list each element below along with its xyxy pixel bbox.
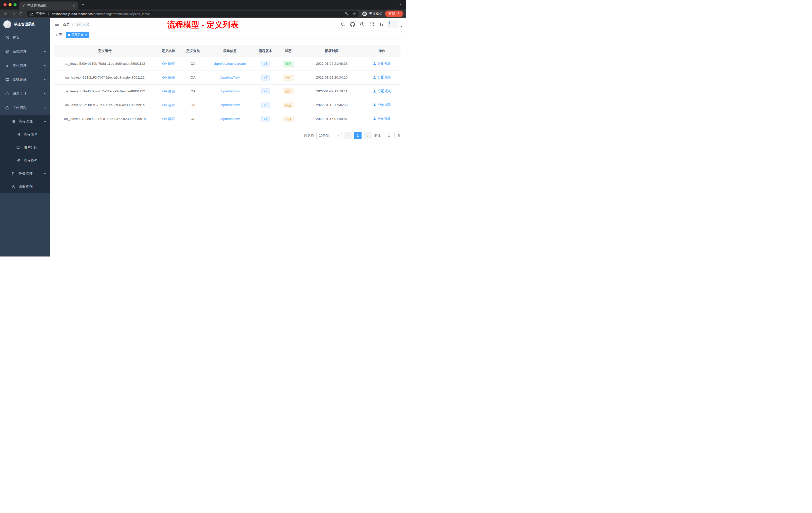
- assign-rule-link[interactable]: 分配规则: [373, 103, 391, 107]
- view-tag-label: 首页: [56, 33, 62, 37]
- svg-text:?: ?: [361, 23, 363, 26]
- sidebar-item-label: 流程管理: [19, 119, 41, 124]
- reload-button[interactable]: [17, 10, 25, 17]
- user-icon: [373, 103, 376, 107]
- browser-window: 芋道管理系统 × + 不安全 dashboard.yudao.iocoder.c…: [0, 0, 406, 256]
- close-icon[interactable]: ×: [85, 33, 87, 37]
- view-tag[interactable]: 首页: [54, 32, 64, 38]
- page-content: 定义编号定义名称定义分类表单信息流程版本状态部署时间操作 oa_leave:5:…: [50, 39, 406, 139]
- version-tag: v2: [261, 102, 270, 108]
- sidebar-item-devtools[interactable]: 研发工具: [0, 87, 50, 101]
- assign-rule-label: 分配规则: [378, 117, 391, 121]
- assign-rule-link[interactable]: 分配规则: [373, 89, 391, 93]
- close-window-button[interactable]: [3, 3, 6, 6]
- search-icon[interactable]: [341, 22, 345, 27]
- form-link[interactable]: /bpm/oa/flow: [221, 103, 240, 107]
- definition-name-link[interactable]: OA 请假: [162, 89, 175, 93]
- avatar[interactable]: [388, 21, 399, 28]
- sidebar-item-infrastructure[interactable]: 基础设施: [0, 73, 50, 87]
- deploy-time-cell: 2022-01-22 19:19:11: [300, 84, 363, 98]
- sidebar-item-task-manage[interactable]: 任务管理: [0, 167, 50, 180]
- address-bar[interactable]: 不安全 dashboard.yudao.iocoder.cn/bpm/manag…: [27, 10, 359, 17]
- form-link[interactable]: /bpm/oa/flow: [221, 76, 240, 79]
- tab-list-chevron-icon[interactable]: [399, 3, 402, 6]
- assign-rule-link[interactable]: 分配规则: [373, 61, 391, 66]
- status-tag: 挂起: [283, 102, 294, 108]
- security-chip[interactable]: 不安全: [30, 11, 46, 16]
- infra-icon: [5, 78, 9, 82]
- sidebar-item-label: 研发工具: [12, 92, 41, 96]
- sidebar-item-payment[interactable]: ¥支付管理: [0, 59, 50, 73]
- form-link[interactable]: /bpm/oa/leave/create: [214, 62, 246, 65]
- category-cell: OA: [181, 112, 205, 126]
- zoom-window-button[interactable]: [13, 3, 17, 6]
- sidebar-item-home[interactable]: 首页: [0, 31, 50, 45]
- table-row: oa_leave:2:3c1f0ef1-76b1-11ec-9c66-a2380…: [54, 98, 401, 112]
- breadcrumb: 首页 / 流程定义: [63, 22, 89, 27]
- breadcrumb-home[interactable]: 首页: [63, 22, 70, 27]
- caret-down-icon: ▾: [401, 25, 402, 28]
- font-size-icon[interactable]: TT: [379, 22, 383, 27]
- update-button[interactable]: 更新 ⋮: [385, 10, 403, 17]
- sidebar-item-label: 首页: [12, 35, 47, 40]
- leave-icon: [11, 184, 16, 189]
- column-header: 定义名称: [155, 45, 181, 57]
- github-icon[interactable]: [350, 22, 355, 27]
- sidebar-item-label: 请假查询: [19, 184, 47, 189]
- sidebar-item-process-model[interactable]: 流程模型: [0, 154, 50, 167]
- sidebar-item-user-group[interactable]: 用户分组: [0, 141, 50, 154]
- assign-rule-link[interactable]: 分配规则: [373, 117, 391, 121]
- version-tag: v1: [261, 116, 270, 122]
- definition-name-link[interactable]: OA 请假: [162, 103, 175, 107]
- category-cell: OA: [181, 84, 205, 98]
- page-size-select[interactable]: 10条/页 ▾: [316, 132, 342, 139]
- sidebar-menu: 首页系统管理¥支付管理基础设施研发工具工作流程流程管理流程表单用户分组流程模型任…: [0, 31, 50, 256]
- assign-rule-link[interactable]: 分配规则: [373, 75, 391, 80]
- tab-close-icon[interactable]: ×: [72, 3, 76, 8]
- hamburger-icon[interactable]: [54, 22, 59, 27]
- browser-tab[interactable]: 芋道管理系统 ×: [19, 1, 78, 9]
- sidebar-item-leave-query[interactable]: 请假查询: [0, 180, 50, 193]
- sidebar-item-process-manage[interactable]: 流程管理: [0, 115, 50, 128]
- sidebar-logo: 芋道管理系统: [0, 18, 50, 31]
- logo-title: 芋道管理系统: [14, 22, 35, 27]
- version-tag: v4: [261, 74, 270, 81]
- definition-name-link[interactable]: OA 请假: [162, 76, 175, 79]
- browser-menu-icon[interactable]: ⋮: [397, 11, 401, 16]
- sidebar-item-process-form[interactable]: 流程表单: [0, 128, 50, 141]
- password-key-icon[interactable]: [345, 11, 349, 16]
- page-number-button[interactable]: 1: [354, 132, 361, 139]
- goto-page-input[interactable]: [383, 132, 395, 139]
- view-tag[interactable]: 流程定义×: [66, 32, 89, 38]
- prev-page-button[interactable]: ‹: [344, 132, 351, 139]
- back-button[interactable]: [2, 10, 9, 17]
- fullscreen-icon[interactable]: [370, 22, 374, 27]
- deploy-time-cell: 2022-01-22 20:34:10: [300, 70, 363, 84]
- help-icon[interactable]: ?: [360, 22, 365, 27]
- breadcrumb-current: 流程定义: [75, 22, 89, 27]
- minimize-window-button[interactable]: [8, 3, 11, 6]
- new-tab-button[interactable]: +: [82, 2, 85, 8]
- deploy-time-cell: 2022-01-22 21:48:38: [300, 57, 363, 70]
- sidebar-item-label: 流程表单: [24, 132, 47, 137]
- chevron-down-icon: [44, 92, 47, 95]
- user-menu[interactable]: ▾: [388, 21, 402, 28]
- column-header: 操作: [363, 45, 401, 57]
- next-page-button[interactable]: ›: [364, 132, 372, 139]
- model-icon: [16, 158, 21, 163]
- chevron-up-icon: [44, 107, 47, 110]
- sidebar-item-workflow[interactable]: 工作流程: [0, 101, 50, 115]
- incognito-icon: [362, 11, 367, 16]
- column-header: 部署时间: [300, 45, 363, 57]
- table-body: oa_leave:5:004b710b-7b8a-11ec-8ef0-acde4…: [54, 57, 401, 126]
- form-link[interactable]: /bpm/oa/flow: [221, 117, 240, 121]
- incognito-badge: 无痕模式: [362, 11, 382, 16]
- bookmark-star-icon[interactable]: ☆: [352, 12, 356, 16]
- sidebar-item-system[interactable]: 系统管理: [0, 45, 50, 59]
- form-icon: [16, 132, 21, 137]
- assign-rule-label: 分配规则: [378, 75, 391, 80]
- definition-name-link[interactable]: OA 请假: [162, 62, 175, 65]
- definition-name-link[interactable]: OA 请假: [162, 117, 175, 121]
- form-link[interactable]: /bpm/oa/flow: [221, 89, 240, 93]
- forward-button[interactable]: [9, 10, 17, 17]
